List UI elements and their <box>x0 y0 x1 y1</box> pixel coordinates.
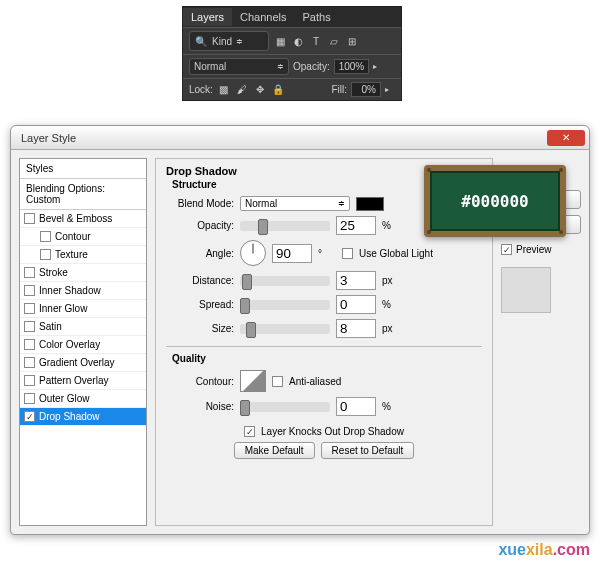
global-light-checkbox[interactable] <box>342 248 353 259</box>
lock-transparent-icon[interactable]: ▩ <box>217 83 231 97</box>
style-label: Satin <box>39 321 62 332</box>
layers-panel: Layers Channels Paths 🔍 Kind ≑ ▦ ◐ T ▱ ⊞… <box>182 6 402 101</box>
color-annotation-chalkboard: #000000 <box>424 165 566 237</box>
style-inner-shadow[interactable]: Inner Shadow <box>20 282 146 300</box>
fill-flyout-icon[interactable]: ▸ <box>385 85 395 94</box>
contour-row: Contour: Anti-aliased <box>166 370 482 392</box>
antialiased-checkbox[interactable] <box>272 376 283 387</box>
contour-picker[interactable] <box>240 370 266 392</box>
type-filter-icon[interactable]: T <box>309 34 323 48</box>
reset-default-button[interactable]: Reset to Default <box>321 442 415 459</box>
style-color-overlay[interactable]: Color Overlay <box>20 336 146 354</box>
knockout-checkbox[interactable] <box>244 426 255 437</box>
tab-channels[interactable]: Channels <box>232 8 294 26</box>
tab-layers[interactable]: Layers <box>183 8 232 26</box>
style-contour[interactable]: Contour <box>20 228 146 246</box>
style-satin[interactable]: Satin <box>20 318 146 336</box>
checkbox[interactable] <box>24 339 35 350</box>
antialiased-label: Anti-aliased <box>289 376 341 387</box>
style-texture[interactable]: Texture <box>20 246 146 264</box>
dialog-titlebar[interactable]: Layer Style ✕ <box>11 126 589 150</box>
preview-checkbox[interactable] <box>501 244 512 255</box>
distance-unit: px <box>382 275 400 286</box>
lock-position-icon[interactable]: ✥ <box>253 83 267 97</box>
blend-mode-select[interactable]: Normal ≑ <box>240 196 350 211</box>
style-label: Outer Glow <box>39 393 90 404</box>
quality-label: Quality <box>172 353 482 364</box>
opacity-input[interactable] <box>336 216 376 235</box>
divider <box>166 346 482 347</box>
make-default-button[interactable]: Make Default <box>234 442 315 459</box>
filter-kind-select[interactable]: 🔍 Kind ≑ <box>189 31 269 51</box>
style-pattern-overlay[interactable]: Pattern Overlay <box>20 372 146 390</box>
checkbox[interactable] <box>24 411 35 422</box>
dropdown-icon: ≑ <box>277 62 284 71</box>
style-label: Pattern Overlay <box>39 375 108 386</box>
size-row: Size: px <box>166 319 482 338</box>
angle-dial[interactable] <box>240 240 266 266</box>
knockout-row: Layer Knocks Out Drop Shadow <box>166 426 482 437</box>
pixel-filter-icon[interactable]: ▦ <box>273 34 287 48</box>
checkbox[interactable] <box>24 375 35 386</box>
checkbox[interactable] <box>24 393 35 404</box>
blend-mode-value: Normal <box>194 61 226 72</box>
distance-input[interactable] <box>336 271 376 290</box>
tab-paths[interactable]: Paths <box>295 8 339 26</box>
shape-filter-icon[interactable]: ▱ <box>327 34 341 48</box>
styles-list: Styles Blending Options: Custom Bevel & … <box>19 158 147 526</box>
checkbox[interactable] <box>24 267 35 278</box>
panel-tabs: Layers Channels Paths <box>183 7 401 27</box>
opacity-flyout-icon[interactable]: ▸ <box>373 62 383 71</box>
noise-slider[interactable] <box>240 402 330 412</box>
adjustment-filter-icon[interactable]: ◐ <box>291 34 305 48</box>
size-input[interactable] <box>336 319 376 338</box>
styles-header[interactable]: Styles <box>20 159 146 179</box>
style-drop-shadow[interactable]: Drop Shadow <box>20 408 146 426</box>
shadow-color-swatch[interactable] <box>356 197 384 211</box>
checkbox[interactable] <box>24 213 35 224</box>
opacity-value[interactable]: 100% <box>334 59 370 74</box>
spread-slider[interactable] <box>240 300 330 310</box>
filter-row: 🔍 Kind ≑ ▦ ◐ T ▱ ⊞ <box>183 27 401 54</box>
style-label: Inner Shadow <box>39 285 101 296</box>
checkbox[interactable] <box>40 249 51 260</box>
style-label: Contour <box>55 231 91 242</box>
size-unit: px <box>382 323 400 334</box>
distance-label: Distance: <box>166 275 234 286</box>
checkbox[interactable] <box>24 357 35 368</box>
opacity-label: Opacity: <box>166 220 234 231</box>
style-gradient-overlay[interactable]: Gradient Overlay <box>20 354 146 372</box>
style-outer-glow[interactable]: Outer Glow <box>20 390 146 408</box>
size-slider[interactable] <box>240 324 330 334</box>
angle-input[interactable] <box>272 244 312 263</box>
style-bevel-emboss[interactable]: Bevel & Emboss <box>20 210 146 228</box>
checkbox[interactable] <box>24 285 35 296</box>
noise-unit: % <box>382 401 400 412</box>
style-inner-glow[interactable]: Inner Glow <box>20 300 146 318</box>
close-button[interactable]: ✕ <box>547 130 585 146</box>
color-hex-value: #000000 <box>430 171 560 231</box>
lock-all-icon[interactable]: 🔒 <box>271 83 285 97</box>
noise-row: Noise: % <box>166 397 482 416</box>
opacity-slider[interactable] <box>240 221 330 231</box>
angle-label: Angle: <box>166 248 234 259</box>
preview-label: Preview <box>516 244 552 255</box>
style-stroke[interactable]: Stroke <box>20 264 146 282</box>
spread-input[interactable] <box>336 295 376 314</box>
spread-unit: % <box>382 299 400 310</box>
distance-slider[interactable] <box>240 276 330 286</box>
checkbox[interactable] <box>24 303 35 314</box>
checkbox[interactable] <box>40 231 51 242</box>
angle-unit: ° <box>318 248 336 259</box>
filter-label: Kind <box>212 36 232 47</box>
blending-options-header[interactable]: Blending Options: Custom <box>20 179 146 210</box>
noise-input[interactable] <box>336 397 376 416</box>
smart-filter-icon[interactable]: ⊞ <box>345 34 359 48</box>
lock-pixels-icon[interactable]: 🖌 <box>235 83 249 97</box>
lock-row: Lock: ▩ 🖌 ✥ 🔒 Fill: 0% ▸ <box>183 78 401 100</box>
search-icon: 🔍 <box>194 34 208 48</box>
style-label: Color Overlay <box>39 339 100 350</box>
blend-mode-select[interactable]: Normal ≑ <box>189 58 289 75</box>
fill-value[interactable]: 0% <box>351 82 381 97</box>
checkbox[interactable] <box>24 321 35 332</box>
